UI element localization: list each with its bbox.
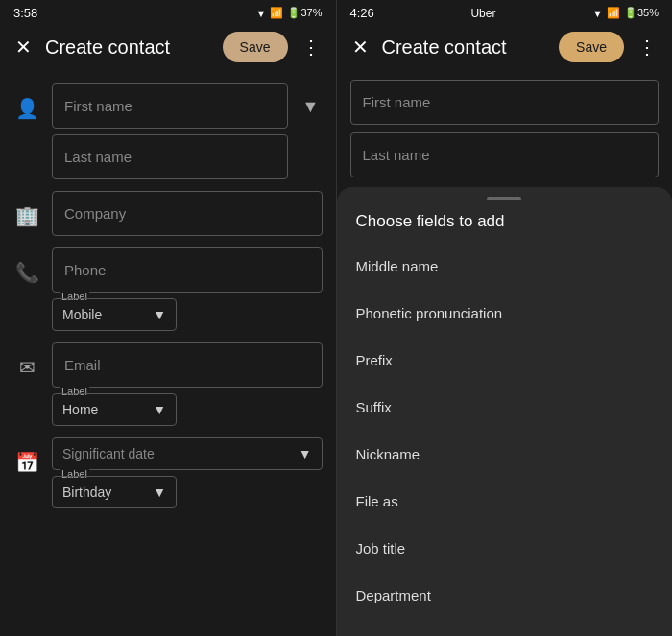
form-content-left: 👤 ▼ 🏢 📞 Label Mobile ▼ <box>0 70 336 636</box>
wifi-icon: ▼ <box>256 8 267 19</box>
date-label-arrow: ▼ <box>153 484 166 500</box>
app-header-right: ✕ Create contact Save ⋮ <box>337 24 673 70</box>
battery-icon: 🔋37% <box>287 7 322 19</box>
person-icon: 👤 <box>13 83 40 120</box>
sheet-handle <box>337 187 673 206</box>
sheet-item[interactable]: Suffix <box>337 384 673 431</box>
phone-label-dropdown[interactable]: Mobile ▼ <box>52 298 177 331</box>
page-title-right: Create contact <box>382 36 550 59</box>
sheet-item[interactable]: Phonetic pronunciation <box>337 290 673 337</box>
name-row: 👤 ▼ <box>0 78 336 185</box>
date-field-wrapper: Significant date ▼ <box>52 437 323 470</box>
phone-input[interactable] <box>52 247 323 293</box>
more-button-left[interactable]: ⋮ <box>298 32 324 62</box>
sheet-item[interactable]: Job title <box>337 525 673 572</box>
email-dropdown-arrow: ▼ <box>153 402 166 417</box>
left-screen: 3:58 ▼ 📶 🔋37% ✕ Create contact Save ⋮ 👤 … <box>0 0 337 636</box>
date-dropdown-arrow: ▼ <box>299 446 312 461</box>
first-name-input[interactable] <box>52 83 288 129</box>
page-title-left: Create contact <box>45 36 213 59</box>
company-icon: 🏢 <box>13 191 40 227</box>
email-icon: ✉ <box>13 342 40 379</box>
status-bar-right: 4:26 Uber ▼ 📶 🔋35% <box>337 0 673 24</box>
phone-icon: 📞 <box>13 247 40 284</box>
name-fields <box>52 83 288 179</box>
sheet-item[interactable]: Middle name <box>337 243 673 290</box>
right-last-name-input[interactable] <box>350 132 660 177</box>
status-bar-left: 3:58 ▼ 📶 🔋37% <box>0 0 336 24</box>
date-icon: 📅 <box>13 437 40 474</box>
sheet-title: Choose fields to add <box>337 206 673 243</box>
email-label-value: Home <box>62 402 98 417</box>
company-row: 🏢 <box>0 185 336 242</box>
date-label-wrapper: Label Birthday ▼ <box>52 476 323 508</box>
date-label-dropdown[interactable]: Birthday ▼ <box>52 476 177 508</box>
battery-icon-right: 🔋35% <box>624 7 659 19</box>
email-row: ✉ Label Home ▼ <box>0 337 336 432</box>
sheet-item[interactable]: File as <box>337 478 673 525</box>
date-placeholder: Significant date <box>62 446 155 461</box>
name-chevron[interactable]: ▼ <box>300 83 323 117</box>
company-field <box>52 191 323 236</box>
email-fields: Label Home ▼ <box>52 342 323 426</box>
phone-label-value: Mobile <box>62 307 102 322</box>
last-name-input[interactable] <box>52 134 288 179</box>
status-icons-right: ▼ 📶 🔋35% <box>592 7 659 19</box>
more-button-right[interactable]: ⋮ <box>634 32 660 62</box>
date-fields: Significant date ▼ Label Birthday ▼ <box>52 437 323 508</box>
email-label-wrapper: Label Home ▼ <box>52 393 323 426</box>
wifi-icon-right: ▼ <box>592 8 603 19</box>
right-screen: 4:26 Uber ▼ 📶 🔋35% ✕ Create contact Save… <box>337 0 673 636</box>
save-button-right[interactable]: Save <box>559 32 624 62</box>
save-button-left[interactable]: Save <box>223 32 288 62</box>
sheet-item[interactable]: Nickname <box>337 431 673 478</box>
company-input[interactable] <box>52 191 323 236</box>
close-button-left[interactable]: ✕ <box>12 32 36 62</box>
phone-fields: Label Mobile ▼ <box>52 247 323 331</box>
sheet-handle-bar <box>487 197 521 200</box>
status-icons-left: ▼ 📶 🔋37% <box>256 7 323 19</box>
status-time-left: 3:58 <box>13 6 37 20</box>
phone-dropdown-arrow: ▼ <box>153 307 166 322</box>
sheet-item[interactable]: Prefix <box>337 337 673 384</box>
phone-label-wrapper: Label Mobile ▼ <box>52 298 323 331</box>
right-first-name-input[interactable] <box>350 80 660 125</box>
signal-icon-right: 📶 <box>607 7 620 19</box>
sheet-item[interactable]: Department <box>337 572 673 619</box>
date-label-value: Birthday <box>62 484 111 500</box>
signal-icon: 📶 <box>270 7 283 19</box>
bottom-sheet: Choose fields to add Middle namePhonetic… <box>337 187 673 636</box>
right-form-fields <box>337 70 673 187</box>
sheet-item[interactable]: Related people <box>337 619 673 636</box>
date-row: 📅 Significant date ▼ Label Birthday ▼ <box>0 432 336 514</box>
sheet-items-list: Middle namePhonetic pronunciationPrefixS… <box>337 243 673 636</box>
status-time-right: 4:26 <box>350 6 374 20</box>
email-label-dropdown[interactable]: Home ▼ <box>52 393 177 426</box>
date-dropdown[interactable]: Significant date ▼ <box>52 437 323 470</box>
email-input[interactable] <box>52 342 323 388</box>
uber-label: Uber <box>470 7 495 20</box>
close-button-right[interactable]: ✕ <box>348 32 372 62</box>
phone-row: 📞 Label Mobile ▼ <box>0 242 336 337</box>
app-header-left: ✕ Create contact Save ⋮ <box>0 24 336 70</box>
